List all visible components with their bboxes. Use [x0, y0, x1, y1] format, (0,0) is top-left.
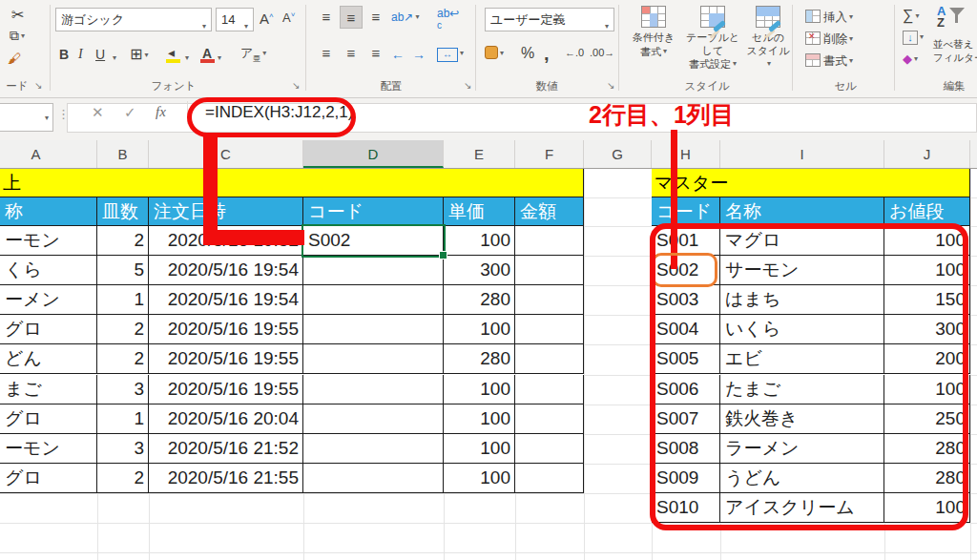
cell-F4[interactable] — [515, 256, 584, 285]
cell-A7[interactable]: どん — [0, 344, 97, 374]
cell-C6[interactable]: 2020/5/16 19:55 — [149, 315, 303, 344]
selected-cell-border[interactable] — [301, 224, 446, 258]
enter-icon[interactable]: ✓ — [124, 104, 136, 121]
cell-A9[interactable]: グロ — [0, 404, 97, 434]
font-size-select[interactable]: 14▾ — [216, 8, 254, 31]
fill-color-dropdown-icon[interactable]: ▾ — [185, 53, 189, 62]
cell-A11[interactable]: グロ — [0, 464, 97, 493]
column-header-G[interactable]: G — [584, 140, 652, 168]
cell-C10[interactable]: 2020/5/16 21:52 — [149, 434, 303, 464]
fill-color-icon[interactable]: ◂ — [168, 46, 175, 59]
header-cell-D[interactable]: コード — [303, 197, 444, 226]
cell-A8[interactable]: まご — [0, 375, 97, 404]
font-dialog-launcher-icon[interactable]: ↘ — [292, 80, 300, 91]
cell-B9[interactable]: 1 — [97, 404, 149, 434]
cell-B4[interactable]: 5 — [97, 256, 149, 285]
cell-F10[interactable] — [515, 434, 584, 464]
cell-C11[interactable]: 2020/5/16 21:55 — [149, 464, 303, 493]
cell-A3[interactable]: ーモン — [0, 226, 97, 256]
font-color-dropdown-icon[interactable]: ▾ — [218, 53, 221, 62]
cell-styles-button[interactable]: セルの スタイル▾ — [744, 4, 792, 72]
align-center-button[interactable]: ≡ — [340, 42, 363, 65]
name-box[interactable]: ▾ — [0, 103, 53, 132]
cell-B6[interactable]: 2 — [97, 315, 149, 344]
sort-filter-button[interactable]: AZ — [937, 6, 966, 34]
bold-button[interactable]: B — [59, 48, 69, 61]
increase-indent-icon[interactable]: → — [412, 48, 426, 61]
cell-F9[interactable] — [515, 404, 584, 434]
cell-B10[interactable]: 3 — [97, 434, 149, 464]
column-header-J[interactable]: J — [884, 140, 970, 168]
fill-handle[interactable] — [439, 251, 447, 259]
header-cell-I[interactable]: 名称 — [720, 197, 884, 226]
cell-E3[interactable]: 100 — [444, 226, 515, 256]
decrease-decimal-icon[interactable]: .00→ — [590, 48, 614, 58]
fill-icon[interactable]: ↓▾ — [903, 30, 924, 45]
accounting-format-icon[interactable]: ▾ — [485, 46, 504, 59]
header-cell-J[interactable]: お値段 — [884, 197, 970, 226]
sort-filter-label[interactable]: 並べ替え フィルター▾ — [933, 38, 977, 64]
clipboard-dialog-launcher-icon[interactable]: ↘ — [34, 80, 42, 91]
cell-E9[interactable]: 100 — [444, 404, 515, 434]
merge-center-icon[interactable]: ↔▾ — [437, 46, 464, 62]
header-cell-F[interactable]: 金額 — [515, 197, 584, 226]
number-format-select[interactable]: ユーザー定義▾ — [485, 8, 614, 31]
column-header-H[interactable]: H — [652, 140, 720, 168]
cell-B7[interactable]: 2 — [97, 344, 149, 374]
cell-F6[interactable] — [515, 315, 584, 344]
cell-B3[interactable]: 2 — [97, 226, 149, 256]
increase-decimal-icon[interactable]: ←.0 — [565, 48, 584, 58]
cell-D11[interactable] — [303, 464, 444, 493]
percent-style-icon[interactable]: % — [521, 46, 534, 61]
column-header-A[interactable]: A — [0, 140, 97, 168]
copy-icon[interactable]: ⧉▾ — [10, 29, 25, 42]
alignment-dialog-launcher-icon[interactable]: ↘ — [464, 80, 471, 91]
cell-C7[interactable]: 2020/5/16 19:55 — [149, 344, 303, 374]
align-middle-button[interactable]: ≡ — [340, 6, 363, 29]
cancel-icon[interactable]: ✕ — [92, 104, 104, 121]
clear-icon[interactable]: ◆▾ — [903, 52, 918, 65]
cell-A5[interactable]: ーメン — [0, 285, 97, 315]
insert-function-icon[interactable]: fx — [156, 104, 166, 120]
cell-E11[interactable]: 100 — [444, 464, 515, 493]
cell-F3[interactable] — [515, 226, 584, 256]
phonetic-guide-icon[interactable]: ア亜▾ — [240, 47, 266, 63]
cell-D8[interactable] — [303, 375, 444, 404]
decrease-indent-icon[interactable]: ← — [391, 48, 405, 61]
number-dialog-launcher-icon[interactable]: ↘ — [607, 80, 614, 91]
cell-E8[interactable]: 100 — [444, 375, 515, 404]
align-right-button[interactable]: ≡ — [364, 42, 387, 65]
cell-E6[interactable]: 100 — [444, 315, 515, 344]
underline-dropdown-icon[interactable]: ▾ — [113, 53, 116, 62]
format-cells-button[interactable]: 書式▾ — [805, 53, 853, 70]
cell-B5[interactable]: 1 — [97, 285, 149, 315]
decrease-font-icon[interactable]: A˅ — [282, 11, 295, 24]
cell-D6[interactable] — [303, 315, 444, 344]
align-bottom-button[interactable]: ≡ — [364, 6, 387, 29]
cell-E10[interactable]: 100 — [444, 434, 515, 464]
italic-button[interactable]: I — [78, 48, 83, 61]
column-header-I[interactable]: I — [720, 140, 884, 168]
cell-D7[interactable] — [303, 344, 444, 374]
cell-B8[interactable]: 3 — [97, 375, 149, 404]
delete-cells-button[interactable]: 削除▾ — [805, 31, 853, 48]
name-box-arrow-icon[interactable]: ▾ — [45, 114, 49, 122]
underline-button[interactable]: U — [95, 48, 105, 61]
column-header-F[interactable]: F — [515, 140, 584, 168]
cell-F11[interactable] — [515, 464, 584, 493]
cell-A10[interactable]: ーモン — [0, 434, 97, 464]
header-cell-A[interactable]: 称 — [0, 197, 97, 226]
header-cell-B[interactable]: 皿数 — [97, 197, 149, 226]
column-header-D[interactable]: D — [303, 140, 444, 168]
insert-cells-button[interactable]: 挿入▾ — [805, 10, 853, 26]
header-cell-C[interactable]: 注文日時 — [149, 197, 303, 226]
format-painter-icon[interactable]: 🖌 — [8, 52, 21, 65]
cell-F5[interactable] — [515, 285, 584, 315]
cell-D9[interactable] — [303, 404, 444, 434]
cell-C5[interactable]: 2020/5/16 19:54 — [149, 285, 303, 315]
cell-D4[interactable] — [303, 256, 444, 285]
cut-icon[interactable]: ✂ — [11, 8, 24, 23]
cell-C4[interactable]: 2020/5/16 19:54 — [149, 256, 303, 285]
cell-E4[interactable]: 300 — [444, 256, 515, 285]
conditional-formatting-button[interactable]: 条件付き 書式▾ — [626, 4, 681, 58]
